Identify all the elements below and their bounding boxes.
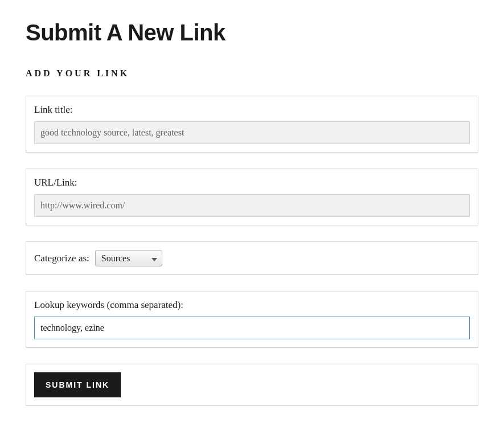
category-label: Categorize as:	[34, 253, 89, 264]
url-label: URL/Link:	[34, 177, 470, 188]
keywords-input[interactable]	[34, 317, 470, 339]
category-box: Categorize as: Sources	[26, 241, 478, 275]
submit-row: SUBMIT LINK	[26, 364, 478, 406]
link-title-input[interactable]	[34, 121, 470, 144]
keywords-label: Lookup keywords (comma separated):	[34, 299, 470, 311]
submit-button[interactable]: SUBMIT LINK	[34, 372, 121, 397]
section-heading: ADD YOUR LINK	[26, 68, 478, 79]
url-input[interactable]	[34, 194, 470, 217]
page-title: Submit A New Link	[26, 20, 478, 46]
url-box: URL/Link:	[26, 169, 478, 225]
keywords-box: Lookup keywords (comma separated):	[26, 291, 478, 348]
link-title-box: Link title:	[26, 96, 478, 153]
category-select[interactable]: Sources	[95, 250, 162, 266]
link-title-label: Link title:	[34, 104, 470, 116]
